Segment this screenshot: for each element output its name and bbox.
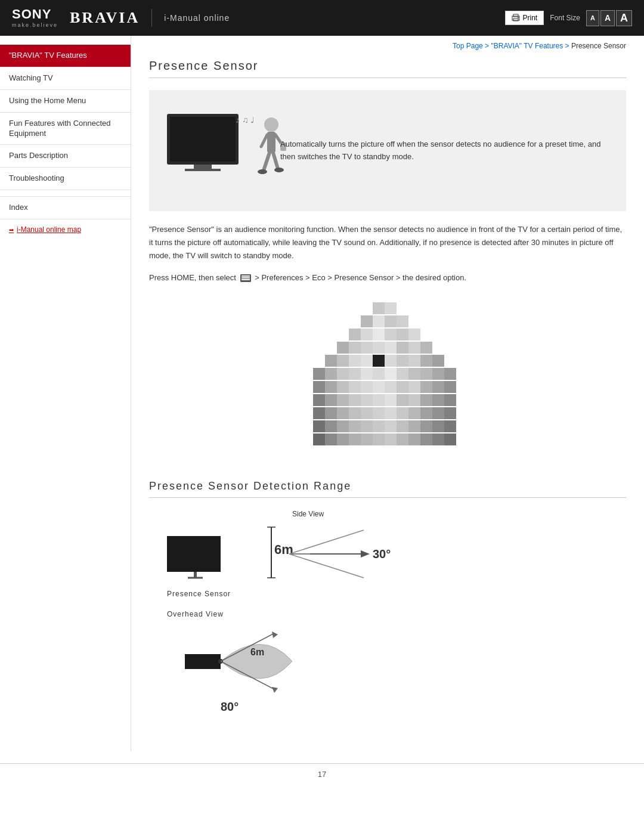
svg-rect-36 xyxy=(408,342,420,354)
svg-rect-120 xyxy=(167,536,221,572)
svg-text:30°: 30° xyxy=(373,547,391,561)
svg-rect-82 xyxy=(432,394,444,406)
svg-rect-100 xyxy=(361,420,373,432)
breadcrumb-top-page[interactable]: Top Page xyxy=(453,42,483,50)
svg-rect-116 xyxy=(408,433,420,445)
svg-rect-78 xyxy=(385,394,397,406)
svg-rect-32 xyxy=(361,342,373,354)
sidebar-item-bravia-features[interactable]: "BRAVIA" TV Features xyxy=(0,45,131,67)
svg-rect-39 xyxy=(337,355,349,367)
svg-rect-85 xyxy=(325,407,337,419)
side-view-diagram: 6m 30° xyxy=(161,521,459,587)
svg-rect-61 xyxy=(325,381,337,393)
tv-illustration: ♪ ♫ ♩ xyxy=(161,102,268,199)
svg-line-15 xyxy=(273,153,278,169)
svg-rect-91 xyxy=(397,407,408,419)
header-controls: Print Font Size A A A xyxy=(505,10,632,26)
sidebar-item-watching[interactable]: Watching TV xyxy=(0,67,131,90)
svg-rect-74 xyxy=(337,394,349,406)
svg-rect-25 xyxy=(361,329,373,340)
svg-rect-79 xyxy=(397,394,408,406)
svg-rect-21 xyxy=(373,315,385,327)
svg-rect-109 xyxy=(325,433,337,445)
detection-diagrams: Side View 6m xyxy=(149,510,626,717)
svg-rect-80 xyxy=(408,394,420,406)
sensor-diagram-svg xyxy=(307,296,468,463)
svg-marker-139 xyxy=(272,631,278,638)
svg-rect-70 xyxy=(432,381,444,393)
svg-rect-53 xyxy=(373,368,385,380)
intro-text: Automatically turns the picture off when… xyxy=(280,138,614,163)
bravia-title: BRAVIA xyxy=(70,9,152,27)
svg-rect-47 xyxy=(432,355,444,367)
svg-rect-58 xyxy=(432,368,444,380)
svg-rect-23 xyxy=(397,315,408,327)
svg-rect-51 xyxy=(349,368,361,380)
svg-line-129 xyxy=(289,554,364,578)
overhead-view-label: Overhead View xyxy=(167,610,626,618)
svg-rect-37 xyxy=(420,342,432,354)
svg-rect-84 xyxy=(313,407,325,419)
side-view-label: Side View xyxy=(292,510,626,518)
svg-rect-40 xyxy=(349,355,361,367)
svg-rect-42 xyxy=(373,355,385,367)
svg-rect-49 xyxy=(325,368,337,380)
print-button[interactable]: Print xyxy=(505,11,544,25)
svg-rect-73 xyxy=(325,394,337,406)
svg-rect-72 xyxy=(313,394,325,406)
sidebar-item-parts[interactable]: Parts Description xyxy=(0,145,131,168)
svg-rect-77 xyxy=(373,394,385,406)
svg-rect-41 xyxy=(361,355,373,367)
svg-rect-71 xyxy=(444,381,456,393)
svg-rect-43 xyxy=(385,355,397,367)
svg-rect-57 xyxy=(420,368,432,380)
svg-rect-133 xyxy=(185,654,221,669)
svg-rect-44 xyxy=(397,355,408,367)
svg-line-14 xyxy=(264,153,270,171)
svg-rect-33 xyxy=(373,342,385,354)
svg-rect-26 xyxy=(373,329,385,340)
svg-rect-87 xyxy=(349,407,361,419)
svg-rect-46 xyxy=(420,355,432,367)
svg-rect-62 xyxy=(337,381,349,393)
svg-rect-111 xyxy=(349,433,361,445)
sidebar-item-fun-features[interactable]: Fun Features with Connected Equipment xyxy=(0,113,131,145)
svg-text:6m: 6m xyxy=(250,647,264,657)
svg-rect-19 xyxy=(385,302,397,314)
svg-point-3 xyxy=(518,17,519,18)
svg-rect-117 xyxy=(420,433,432,445)
svg-rect-66 xyxy=(385,381,397,393)
svg-rect-63 xyxy=(349,381,361,393)
svg-rect-45 xyxy=(408,355,420,367)
svg-rect-93 xyxy=(420,407,432,419)
top-bar: SONY make.believe BRAVIA i-Manual online… xyxy=(0,0,644,36)
svg-text:♪ ♫ ♩: ♪ ♫ ♩ xyxy=(236,115,255,125)
side-view-container: Side View 6m xyxy=(161,510,626,598)
imanual-label: i-Manual online xyxy=(164,13,230,23)
svg-rect-105 xyxy=(420,420,432,432)
svg-rect-59 xyxy=(444,368,456,380)
font-medium-button[interactable]: A xyxy=(600,10,615,26)
svg-rect-86 xyxy=(337,407,349,419)
svg-rect-69 xyxy=(420,381,432,393)
font-size-label: Font Size xyxy=(550,14,580,22)
svg-rect-28 xyxy=(397,329,408,340)
sidebar-item-troubleshooting[interactable]: Troubleshooting xyxy=(0,168,131,190)
intro-illustration: ♪ ♫ ♩ xyxy=(161,102,292,197)
main-layout: "BRAVIA" TV Features Watching TV Using t… xyxy=(0,36,644,751)
svg-rect-31 xyxy=(349,342,361,354)
svg-rect-112 xyxy=(361,433,373,445)
svg-rect-55 xyxy=(397,368,408,380)
arrow-icon: ➡ xyxy=(9,227,14,233)
font-small-button[interactable]: A xyxy=(586,10,599,26)
sidebar-item-home-menu[interactable]: Using the Home Menu xyxy=(0,90,131,113)
svg-rect-115 xyxy=(397,433,408,445)
breadcrumb-tv-features[interactable]: "BRAVIA" TV Features xyxy=(491,42,563,50)
page-footer: 17 xyxy=(0,763,644,785)
svg-rect-114 xyxy=(385,433,397,445)
sidebar-item-index[interactable]: Index xyxy=(0,196,131,219)
svg-rect-83 xyxy=(444,394,456,406)
font-large-button[interactable]: A xyxy=(616,10,632,26)
imanual-map-link[interactable]: ➡ i-Manual online map xyxy=(0,219,131,240)
detection-section-title: Presence Sensor Detection Range xyxy=(149,480,626,498)
